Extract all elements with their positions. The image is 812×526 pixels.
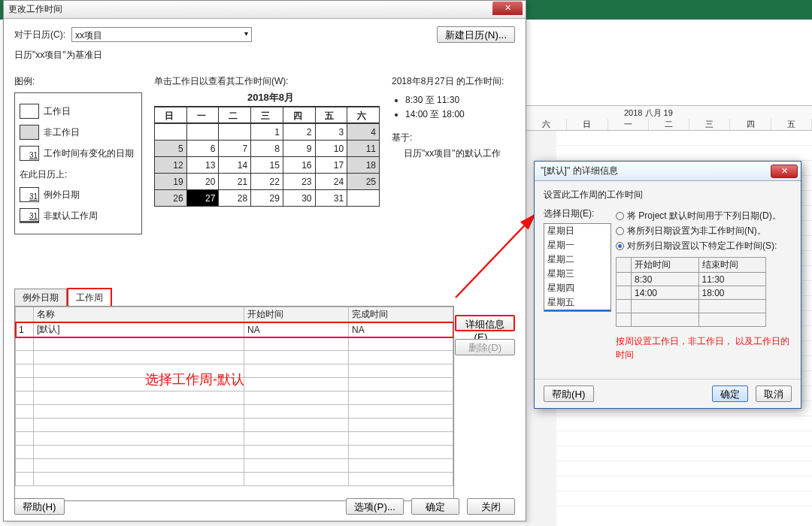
gantt-timescale: 2018 八月 19 六日一二三四五 [526,105,812,131]
dialog-title: 更改工作时间 [8,3,62,16]
base-calendar-text: 日历"xx项目"为基准日 [14,49,515,62]
close-button[interactable]: 关闭 [467,498,515,515]
help-button[interactable]: 帮助(H) [14,498,65,515]
based-on-value: 日历"xx项目"的默认工作 [404,147,515,160]
details-subtitle: 设置此工作周的工作时间 [544,189,792,201]
dialog-titlebar[interactable]: 更改工作时间 ✕ [4,1,526,19]
help-button[interactable]: 帮助(H) [544,385,594,402]
radio-specific-times[interactable]: 对所列日期设置以下特定工作时间(S): [616,240,792,252]
selected-date-title: 2018年8月27日 的工作时间: [392,75,515,88]
delete-button: 删除(D) [455,339,515,355]
details-title: "[默认]" 的详细信息 [541,165,618,177]
legend-title: 图例: [14,75,150,88]
details-button[interactable]: 详细信息(E)... [455,315,515,331]
radio-use-default[interactable]: 将 Project 默认时间用于下列日期(D)。 [616,210,792,222]
select-days-label: 选择日期(E): [544,207,611,220]
new-calendar-button[interactable]: 新建日历(N)... [437,26,515,43]
calendar-select-combo[interactable]: xx项目 [71,27,252,42]
calendar-caption: 2018年8月 [154,91,387,104]
calendar-hint: 单击工作日以查看其工作时间(W): [154,75,387,88]
options-button[interactable]: 选项(P)... [346,498,404,515]
day-listbox[interactable]: 星期日星期一星期二星期三星期四星期五星期六 [544,223,611,312]
tab-exceptions[interactable]: 例外日期 [14,289,67,307]
close-icon[interactable]: ✕ [771,165,798,178]
ok-button[interactable]: 确定 [712,385,748,402]
for-calendar-label: 对于日历(C): [14,29,65,41]
details-titlebar[interactable]: "[默认]" 的详细信息 ✕ [535,162,801,181]
details-dialog: "[默认]" 的详细信息 ✕ 设置此工作周的工作时间 选择日期(E): 星期日星… [534,161,801,409]
radio-nonworking[interactable]: 将所列日期设置为非工作时间(N)。 [616,225,792,237]
workweek-table[interactable]: 名称开始时间完成时间1[默认]NANA [14,306,454,501]
annotation-weekly: 按周设置工作日，非工作日， 以及工作日的时间 [616,334,792,361]
close-icon[interactable]: ✕ [492,2,523,15]
legend-box: 工作日 非工作日 31工作时间有变化的日期 在此日历上: 31例外日期 31非默… [14,92,142,234]
tabs: 例外日期工作周 [14,288,112,308]
change-working-time-dialog: 更改工作时间 ✕ 对于日历(C): xx项目 新建日历(N)... 日历"xx项… [3,0,526,521]
ok-button[interactable]: 确定 [411,498,459,515]
times-table[interactable]: 开始时间结束时间8:3011:3014:0018:00 [616,257,766,327]
cancel-button[interactable]: 取消 [756,385,792,402]
tab-workweeks[interactable]: 工作周 [67,288,112,308]
calendar-grid[interactable]: 日一二三四五六123456789101112131415161718192021… [154,106,380,207]
based-on-label: 基于: [392,132,515,144]
